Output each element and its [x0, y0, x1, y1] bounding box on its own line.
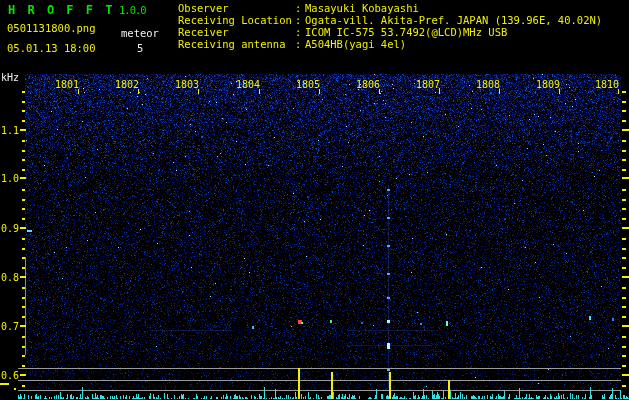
spectrogram-canvas	[0, 0, 629, 400]
info-value: Ogata-vill. Akita-Pref. JAPAN (139.96E, …	[305, 14, 602, 26]
info-value: ICOM IC-575 53.7492(@LCD)MHz USB	[305, 26, 507, 38]
info-label: Receiving antenna	[178, 38, 295, 50]
app-version: 1.0.0	[119, 4, 146, 16]
info-row-location: Receiving Location:Ogata-vill. Akita-Pre…	[178, 14, 602, 26]
info-value: Masayuki Kobayashi	[305, 2, 419, 14]
output-filename: 0501131800.png	[7, 22, 96, 34]
info-colon: :	[295, 14, 305, 26]
info-colon: :	[295, 2, 305, 14]
observation-datetime: 05.01.13 18:00	[7, 42, 96, 54]
info-row-antenna: Receiving antenna:A504HB(yagi 4el)	[178, 38, 602, 50]
info-label: Observer	[178, 2, 295, 14]
mode-label: meteor	[121, 27, 159, 39]
info-value: A504HB(yagi 4el)	[305, 38, 406, 50]
info-colon: :	[295, 26, 305, 38]
info-row-receiver: Receiver:ICOM IC-575 53.7492(@LCD)MHz US…	[178, 26, 602, 38]
info-label: Receiving Location	[178, 14, 295, 26]
info-row-observer: Observer:Masayuki Kobayashi	[178, 2, 602, 14]
info-colon: :	[295, 38, 305, 50]
station-info: Observer:Masayuki Kobayashi Receiving Lo…	[178, 2, 602, 50]
hrofft-screen: H R O F F T 1.0.0 0501131800.png meteor …	[0, 0, 629, 400]
app-title: H R O F F T	[8, 3, 115, 17]
meteor-count: 5	[137, 42, 143, 54]
info-label: Receiver	[178, 26, 295, 38]
